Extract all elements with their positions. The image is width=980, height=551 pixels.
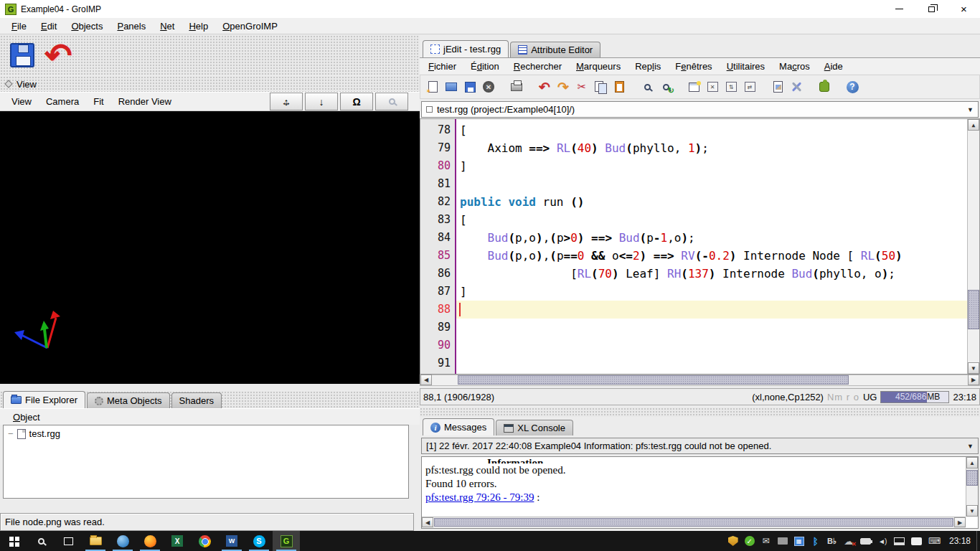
menu-aide[interactable]: Aide — [817, 59, 850, 74]
minimize-button[interactable] — [883, 0, 915, 18]
bluetooth-icon[interactable]: ᛒ — [811, 536, 821, 547]
taskbar-search-button[interactable] — [27, 531, 55, 551]
menu-fit[interactable]: Fit — [86, 94, 110, 109]
taskbar-word-button[interactable]: W — [218, 531, 245, 551]
new-view-button[interactable] — [684, 77, 703, 96]
chat-icon[interactable] — [911, 537, 922, 545]
vertical-scroll-thumb[interactable] — [968, 290, 979, 329]
tree-item-testrgg[interactable]: − test.rgg — [8, 428, 404, 439]
menu-file[interactable]: File — [4, 19, 34, 34]
log-scroll-up-icon[interactable]: ▲ — [966, 457, 978, 468]
open-file-button[interactable] — [442, 77, 461, 96]
taskbar-start-button[interactable] — [0, 531, 27, 551]
menu-replis[interactable]: Replis — [628, 59, 668, 74]
scroll-down-icon[interactable]: ▼ — [968, 362, 979, 374]
menu-panels[interactable]: Panels — [110, 19, 153, 34]
copy-button[interactable] — [591, 77, 610, 96]
menu-render-view[interactable]: Render View — [111, 94, 179, 109]
taskbar-skype-button[interactable]: S — [245, 531, 273, 551]
new-file-button[interactable] — [423, 77, 442, 96]
log-horizontal-scrollbar[interactable]: ◀ ▶ — [422, 517, 966, 528]
text-area[interactable]: [ Axiom ==> RL(40) Bud(phyllo, 1);]publi… — [456, 119, 967, 374]
menu-fen-tres[interactable]: Fenêtres — [668, 59, 719, 74]
menu-rechercher[interactable]: Rechercher — [507, 59, 569, 74]
zoom-tool-button[interactable] — [375, 93, 408, 110]
buffer-options-button[interactable] — [768, 77, 787, 96]
log-scroll-down-icon[interactable]: ▼ — [966, 505, 978, 517]
split-horizontal-button[interactable]: ⇅ — [722, 77, 740, 96]
audio-b-icon[interactable]: B♭ — [827, 537, 837, 546]
memory-indicator[interactable]: 452/686 MB — [880, 391, 949, 403]
redo-button[interactable]: ↷ — [554, 77, 573, 96]
menu-view[interactable]: View — [4, 94, 39, 109]
taskbar-thunderbird-button[interactable] — [109, 531, 136, 551]
menu-edit[interactable]: Edit — [34, 19, 64, 34]
help-button[interactable]: ? — [843, 77, 862, 96]
menu-opengroimp[interactable]: OpenGroIMP — [215, 19, 285, 34]
3d-viewport[interactable] — [0, 111, 420, 384]
translate-tool-button[interactable]: ↔↕ — [270, 93, 303, 110]
tab-shaders[interactable]: Shaders — [171, 392, 222, 408]
close-buffer-button[interactable]: ✕ — [479, 77, 498, 96]
rotate-tool-button[interactable]: Ω — [340, 93, 373, 110]
log-scroll-right-icon[interactable]: ▶ — [954, 517, 966, 527]
mail-icon[interactable]: ✉ — [761, 536, 771, 546]
paste-button[interactable] — [610, 77, 628, 96]
tab-jedit-test-rgg[interactable]: jEdit - test.rgg — [423, 40, 509, 57]
taskbar-task-view-button[interactable] — [55, 531, 82, 551]
log-horizontal-thumb[interactable] — [434, 518, 953, 527]
global-options-button[interactable] — [787, 77, 806, 96]
display-icon[interactable] — [778, 537, 788, 545]
scroll-right-icon[interactable]: ▶ — [968, 375, 979, 385]
menu-camera[interactable]: Camera — [39, 94, 86, 109]
tab-attribute-editor[interactable]: Attribute Editor — [510, 42, 600, 57]
volume-icon[interactable]: ◄) — [877, 537, 887, 545]
menu-utilitaires[interactable]: Utilitaires — [720, 59, 772, 74]
tab-xl-console[interactable]: XL Console — [496, 420, 573, 435]
editor-vertical-scrollbar[interactable]: ▲ ▼ — [967, 119, 979, 374]
menu-net[interactable]: Net — [153, 19, 182, 34]
tree-expander[interactable]: − — [8, 428, 14, 439]
tab-meta-objects[interactable]: Meta Objects — [87, 392, 170, 408]
antivirus-check-icon[interactable]: ✓ — [745, 536, 755, 546]
buffer-encoding[interactable]: (xl,none,Cp1252) — [752, 392, 824, 402]
undo-button[interactable]: ↶ — [535, 77, 554, 96]
save-button[interactable] — [10, 43, 34, 67]
scroll-up-icon[interactable]: ▲ — [968, 119, 979, 131]
error-location-link[interactable]: pfs:test.rgg 79:26 - 79:39 — [425, 491, 534, 503]
cut-button[interactable]: ✂ — [573, 77, 591, 96]
pan-down-tool-button[interactable]: ↓ — [305, 93, 338, 110]
power-icon[interactable] — [860, 538, 871, 545]
taskbar-chrome-button[interactable] — [191, 531, 218, 551]
message-dropdown[interactable]: [1] 22 févr. 2017 22:40:08 Example04 Inf… — [421, 438, 979, 454]
menu-objects[interactable]: Objects — [64, 19, 110, 34]
tab-messages[interactable]: iMessages — [423, 418, 494, 435]
unsplit-button[interactable]: ✕ — [703, 77, 722, 96]
taskbar-clock[interactable]: 23:18 — [948, 536, 976, 546]
save-file-button[interactable] — [461, 77, 479, 96]
keyboard-icon[interactable]: ⌨ — [928, 536, 941, 546]
plugin-manager-button[interactable] — [815, 77, 834, 96]
restore-button[interactable] — [915, 0, 948, 18]
tab-file-explorer[interactable]: File Explorer — [3, 391, 85, 408]
mode-flags-inactive[interactable]: Nm r o — [827, 392, 859, 402]
undo-button[interactable]: ↶ — [44, 43, 72, 68]
menu-object[interactable]: Object — [6, 410, 47, 425]
menu-macros[interactable]: Macros — [772, 59, 817, 74]
split-vertical-button[interactable]: ⇄ — [740, 77, 759, 96]
buffer-dropdown-icon[interactable]: ▼ — [967, 106, 974, 113]
view-panel-header[interactable]: View — [0, 76, 420, 92]
menu-dition[interactable]: Édition — [463, 59, 507, 74]
network-icon[interactable] — [894, 537, 905, 545]
show-desktop-button[interactable] — [976, 531, 980, 551]
find-button[interactable] — [638, 77, 656, 96]
log-scroll-left-icon[interactable]: ◀ — [422, 517, 433, 527]
close-button[interactable]: × — [948, 0, 980, 18]
menu-help[interactable]: Help — [182, 19, 215, 34]
onedrive-offline-icon[interactable]: ☁✕ — [844, 536, 854, 547]
catalog-app-icon[interactable]: ▦ — [794, 537, 804, 546]
menu-marqueurs[interactable]: Marqueurs — [569, 59, 628, 74]
taskbar-firefox-button[interactable] — [136, 531, 164, 551]
taskbar-file-explorer-button[interactable] — [82, 531, 109, 551]
editor-horizontal-scrollbar[interactable]: ◀ ▶ — [420, 375, 980, 386]
